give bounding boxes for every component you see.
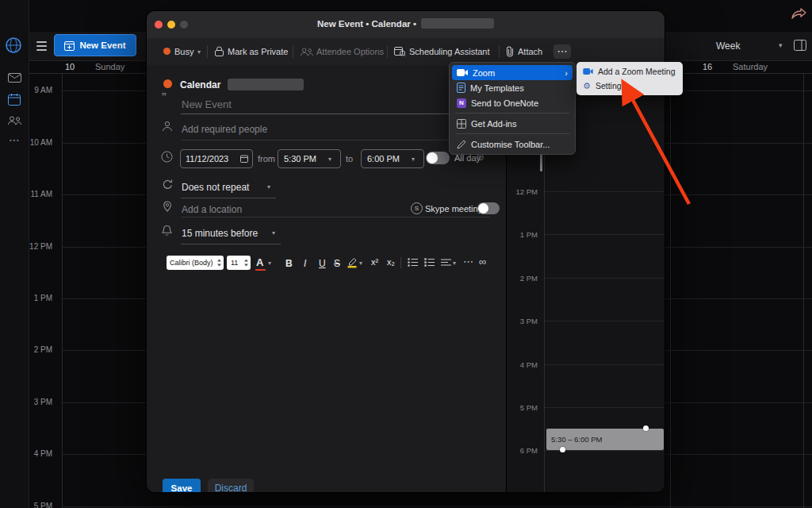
save-button[interactable]: Save [163, 479, 201, 492]
date-picker[interactable]: 11/12/2023 [180, 149, 253, 168]
location-pin-icon [163, 201, 172, 212]
chevron-down-icon[interactable]: ▾ [453, 260, 456, 267]
menu-item-get-add-ins[interactable]: Get Add-ins [452, 116, 573, 131]
app-nav-rail: ⋯ [0, 0, 29, 508]
bullet-list-icon[interactable] [408, 258, 419, 267]
save-button-label: Save [171, 483, 193, 492]
skype-meeting-toggle[interactable] [477, 202, 500, 214]
busy-selector[interactable]: Busy [174, 47, 193, 56]
menu-item-label: Get Add-ins [471, 119, 516, 129]
italic-button[interactable]: I [304, 258, 306, 269]
scheduling-assistant-icon [394, 46, 406, 57]
menu-item-customise-toolbar[interactable]: Customise Toolbar... [452, 137, 573, 152]
more-apps-icon[interactable]: ⋯ [9, 133, 20, 146]
screen: 9 AM 10 AM 11 AM 12 PM 1 PM 2 PM 3 PM 4 … [0, 0, 812, 508]
more-options-menu: Zoom › My Templates N Send to OneNote Ge… [449, 62, 576, 155]
grid-column-line [803, 73, 804, 508]
share-arrow-icon[interactable] [791, 7, 807, 20]
stepper-icon [216, 258, 222, 267]
quote-icon: ” [162, 90, 167, 106]
repeat-selector[interactable]: Does not repeat [182, 182, 249, 193]
font-size-select[interactable]: 11 [227, 256, 251, 270]
menu-item-label: Zoom [473, 68, 560, 78]
subscript-button[interactable]: x₂ [387, 257, 395, 267]
menu-item-send-to-onenote[interactable]: N Send to OneNote [452, 95, 573, 110]
underline-button[interactable]: U [319, 258, 326, 269]
view-selector-week[interactable]: Week [716, 40, 740, 52]
new-event-button-label: New Event [79, 40, 125, 50]
calendar-color-dot [163, 79, 172, 88]
window-title: New Event • Calendar • [317, 19, 416, 29]
menu-item-my-templates[interactable]: My Templates [452, 80, 573, 95]
bold-button[interactable]: B [285, 258, 293, 269]
day-header-name: Sunday [95, 62, 124, 71]
app-logo-globe-icon[interactable] [5, 37, 22, 54]
calendar-plus-icon [64, 40, 75, 51]
event-title-input[interactable]: New Event [182, 98, 232, 110]
panel-time-label: 6 PM [508, 446, 538, 455]
chevron-down-icon[interactable]: ▾ [268, 260, 271, 267]
submenu-item-add-zoom-meeting[interactable]: Add a Zoom Meeting [579, 64, 680, 79]
attendee-options-button[interactable]: Attendee Options [316, 47, 384, 56]
superscript-button[interactable]: x² [371, 257, 378, 267]
split-view-icon[interactable] [794, 40, 806, 51]
highlighter-icon[interactable] [347, 256, 358, 268]
panel-time-label: 4 PM [508, 360, 538, 369]
font-color-button[interactable]: A [256, 256, 263, 268]
toolbar-separator [207, 45, 208, 58]
event-resize-handle-bottom[interactable] [560, 447, 565, 452]
menu-separator [455, 113, 569, 114]
panel-grid-line [545, 191, 665, 192]
gear-icon: ⚙ [583, 81, 591, 91]
bell-icon [162, 225, 172, 236]
new-event-button[interactable]: New Event [54, 34, 136, 56]
skype-icon: S [411, 202, 423, 214]
busy-status-dot [163, 48, 170, 55]
submenu-item-settings[interactable]: ⚙ Settings [579, 79, 680, 93]
panel-time-label: 3 PM [508, 317, 538, 325]
hamburger-menu-icon[interactable] [36, 41, 47, 53]
field-underline [181, 198, 276, 198]
window-title-bar: New Event • Calendar • [147, 11, 665, 38]
start-time-picker[interactable]: 5:30 PM ▾ [278, 149, 341, 168]
event-time-range: 5:30 – 6:00 PM [551, 435, 602, 444]
field-underline [181, 244, 281, 244]
onenote-icon: N [457, 98, 466, 108]
required-people-input[interactable]: Add required people [182, 124, 267, 135]
end-time-value: 6:00 PM [367, 154, 400, 164]
mini-calendar-icon [240, 155, 248, 163]
redacted-calendar-name [421, 18, 494, 29]
discard-button[interactable]: Discard [208, 479, 254, 492]
grid-line [62, 506, 812, 507]
chevron-down-icon[interactable]: ▾ [779, 41, 783, 49]
reminder-selector[interactable]: 15 minutes before [182, 228, 258, 239]
strikethrough-button[interactable]: S [334, 258, 340, 269]
submenu-item-label: Add a Zoom Meeting [598, 67, 675, 76]
day-header-number: 16 [703, 62, 712, 71]
calendar-icon[interactable] [8, 94, 21, 106]
mark-as-private-button[interactable]: Mark as Private [228, 47, 288, 56]
numbered-list-icon[interactable] [424, 258, 435, 267]
menu-item-zoom[interactable]: Zoom › [452, 65, 573, 80]
panel-time-label: 12 PM [508, 187, 538, 196]
add-ins-grid-icon [457, 119, 466, 129]
end-time-picker[interactable]: 6:00 PM ▾ [361, 149, 424, 168]
chevron-down-icon[interactable]: ▾ [359, 260, 362, 267]
insert-link-icon[interactable]: ∞ [479, 256, 486, 267]
camera-icon [583, 68, 593, 75]
all-day-toggle[interactable] [426, 152, 450, 164]
field-underline [181, 140, 490, 140]
chevron-down-icon: ▾ [328, 156, 331, 163]
more-toolbar-options-button[interactable]: ⋯ [553, 44, 571, 59]
align-text-icon[interactable] [441, 259, 451, 266]
attach-button[interactable]: Attach [518, 47, 542, 56]
grid-column-line [62, 73, 63, 508]
font-family-select[interactable]: Calibri (Body) [167, 256, 224, 270]
more-format-options-icon[interactable]: ⋯ [463, 256, 473, 267]
scheduling-assistant-button[interactable]: Scheduling Assistant [409, 47, 490, 56]
event-resize-handle-top[interactable] [643, 425, 649, 431]
location-input[interactable]: Add a location [182, 204, 242, 215]
submenu-arrow-icon: › [565, 68, 568, 78]
people-icon[interactable] [7, 116, 21, 125]
mail-icon[interactable] [8, 73, 21, 83]
